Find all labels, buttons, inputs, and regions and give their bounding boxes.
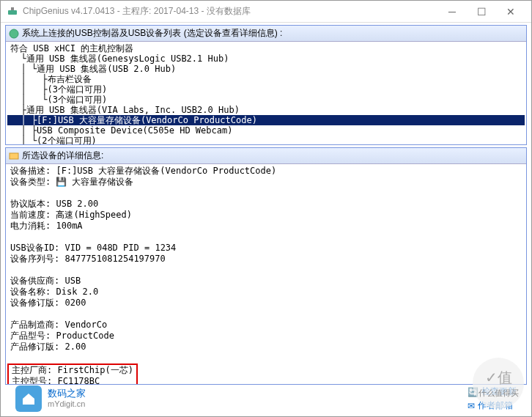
tree-item[interactable]: │ ├布吉栏设备 xyxy=(7,74,525,84)
usb-icon xyxy=(9,29,19,39)
svg-point-2 xyxy=(10,29,18,38)
tree-item[interactable]: │ ├[F:]USB 大容量存储设备(VendorCo ProductCode) xyxy=(7,115,525,125)
detail-line: 电力消耗: 100mA xyxy=(10,221,83,231)
device-detail-panel: 所选设备的详细信息: 设备描述: [F:]USB 大容量存储设备(VendorC… xyxy=(5,147,527,385)
info-icon xyxy=(9,151,19,161)
detail-line: 产品修订版: 2.00 xyxy=(10,342,86,352)
tree-item[interactable]: │ └通用 USB 集线器(USB 2.0 Hub) xyxy=(7,64,525,74)
tree-item[interactable]: │ ├(3个端口可用) xyxy=(7,84,525,95)
device-list-title: 系统上连接的USB控制器及USB设备列表 (选定设备查看详细信息) : xyxy=(22,27,282,40)
detail-line: 设备序列号: 8477751081254197970 xyxy=(10,254,166,264)
mydigit-logo xyxy=(15,385,42,412)
smzdm-watermark: ✓值 什么值得买 xyxy=(473,358,524,409)
mail-icon: ✉ xyxy=(468,401,475,411)
detail-line: 设备类型: 💾 大容量存储设备 xyxy=(10,177,133,187)
tree-item[interactable]: │ └(2个端口可用) xyxy=(7,136,525,144)
tree-item[interactable]: │ ├USB Composite Device(C505e HD Webcam) xyxy=(7,125,525,136)
detail-line: 设备供应商: USB xyxy=(10,276,81,286)
window-controls: ─ ☐ ✕ xyxy=(437,1,525,22)
minimize-button[interactable]: ─ xyxy=(437,1,467,22)
detail-line: USB设备ID: VID = 048D PID = 1234 xyxy=(10,243,176,253)
device-details[interactable]: 设备描述: [F:]USB 大容量存储设备(VendorCo ProductCo… xyxy=(6,164,526,384)
detail-line: 设备描述: [F:]USB 大容量存储设备(VendorCo ProductCo… xyxy=(10,166,276,176)
drive-icon: 💾 xyxy=(56,177,66,188)
detail-line: 当前速度: 高速(HighSpeed) xyxy=(10,210,132,220)
device-detail-title: 所选设备的详细信息: xyxy=(22,150,103,162)
site-name-en: mYdigit.cn xyxy=(48,399,86,409)
check-icon: ✓值 xyxy=(485,368,512,388)
tree-item[interactable]: 符合 USB xHCI 的主机控制器 xyxy=(7,43,525,53)
detail-line: 设备修订版: 0200 xyxy=(10,298,86,308)
device-list-panel: 系统上连接的USB控制器及USB设备列表 (选定设备查看详细信息) : 符合 U… xyxy=(5,25,527,145)
close-button[interactable]: ✕ xyxy=(496,1,525,22)
footer-brand[interactable]: 数码之家 mYdigit.cn xyxy=(15,385,86,412)
titlebar: ChipGenius v4.17.0413 - 主程序: 2017-04-13 … xyxy=(1,1,531,23)
detail-line: 产品制造商: VendorCo xyxy=(10,320,107,330)
site-name-cn: 数码之家 xyxy=(48,388,86,399)
detail-line: 协议版本: USB 2.00 xyxy=(10,199,98,209)
device-list-header: 系统上连接的USB控制器及USB设备列表 (选定设备查看详细信息) : xyxy=(6,26,526,42)
footer: 数码之家 mYdigit.cn 🔄检查更新 ✉作者邮箱 xyxy=(1,385,531,412)
device-detail-header: 所选设备的详细信息: xyxy=(6,148,526,164)
maximize-button[interactable]: ☐ xyxy=(467,1,496,22)
tree-item[interactable]: └通用 USB 集线器(GenesysLogic USB2.1 Hub) xyxy=(7,53,525,64)
svg-rect-0 xyxy=(8,10,17,15)
svg-rect-1 xyxy=(11,7,14,10)
app-icon xyxy=(7,6,18,18)
device-tree[interactable]: 符合 USB xHCI 的主机控制器 └通用 USB 集线器(GenesysLo… xyxy=(6,42,526,144)
tree-item[interactable]: ├通用 USB 集线器(VIA Labs, Inc. USB2.0 Hub) xyxy=(7,105,525,115)
detail-line: 设备名称: Disk 2.0 xyxy=(10,287,98,297)
tree-item[interactable]: │ └(3个端口可用) xyxy=(7,95,525,105)
detail-line: 产品型号: ProductCode xyxy=(10,331,114,341)
titlebar-text: ChipGenius v4.17.0413 - 主程序: 2017-04-13 … xyxy=(23,5,437,18)
app-window: ChipGenius v4.17.0413 - 主程序: 2017-04-13 … xyxy=(0,0,532,417)
controller-highlight-box: 主控厂商: FirstChip(一芯) 主控型号: FC1178BC xyxy=(7,364,138,384)
svg-rect-3 xyxy=(10,153,18,159)
